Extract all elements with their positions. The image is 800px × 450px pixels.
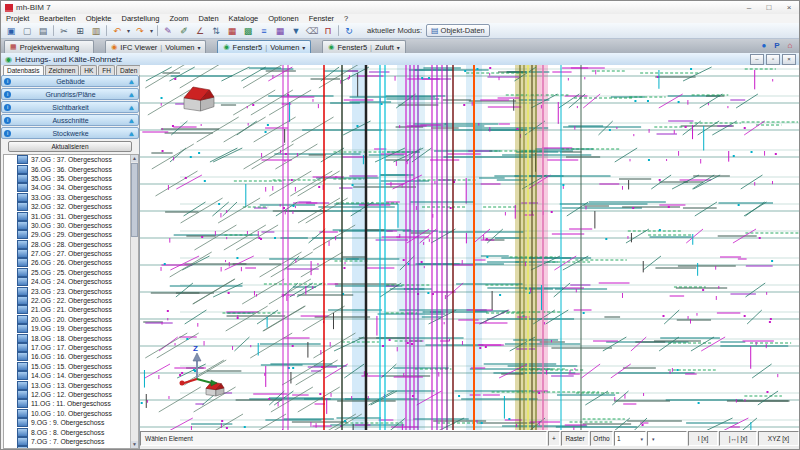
list-item[interactable]: 29.OG : 29. Obergeschoss [4,230,138,239]
view-tab[interactable]: ▦ Projektverwaltung [4,40,94,53]
list-item[interactable]: 25.OG : 25. Obergeschoss [4,268,138,277]
status-cell[interactable]: Ortho [590,431,613,446]
list-item[interactable]: 27.OG : 27. Obergeschoss [4,249,138,258]
toolbar-button[interactable]: ≡ [256,24,272,37]
sidebar-tab[interactable]: HK [80,65,97,75]
collapse-arrow-icon[interactable]: ▲ [128,130,135,137]
info-icon[interactable]: i [4,104,11,111]
menu-item[interactable]: Bearbeiten [34,14,80,23]
view-tab[interactable]: ◉ Fenster5 | Volumen ▾ [217,40,311,53]
panel-window-button[interactable]: – [750,54,764,65]
menu-item[interactable]: Zoom [164,14,193,23]
list-item[interactable]: 33.OG : 33. Obergeschoss [4,193,138,202]
sidebar-tab[interactable]: Daten [116,65,141,75]
list-item[interactable]: 30.OG : 30. Obergeschoss [4,221,138,230]
status-cell[interactable]: 1 [614,431,646,446]
list-item[interactable]: 17.OG : 17. Obergeschoss [4,343,138,352]
chevron-down-icon[interactable]: ▾ [302,44,305,51]
status-cell[interactable]: XYZ [x] [758,431,799,446]
list-item[interactable]: 22.OG : 22. Obergeschoss [4,296,138,305]
menu-item[interactable]: Darstellung [116,14,164,23]
list-item[interactable]: 9.OG : 9. Obergeschoss [4,418,138,427]
menu-item[interactable]: Daten [194,14,224,23]
toolbar-button[interactable]: ▩ [240,24,256,37]
status-cell[interactable] [647,431,687,446]
toolbar-button[interactable]: ∠ [192,24,208,37]
toolbar-button[interactable]: ⌫ [304,24,320,37]
status-cell[interactable]: + [548,431,560,446]
list-item[interactable]: 7.OG : 7. Obergeschoss [4,437,138,446]
toolbar-button[interactable]: ▣ [3,24,19,37]
status-cell[interactable]: Raster [561,431,589,446]
list-item[interactable]: 34.OG : 34. Obergeschoss [4,183,138,192]
collapse-arrow-icon[interactable]: ▲ [128,117,135,124]
accordion-section[interactable]: i Sichtbarkeit ▲ [1,101,139,113]
status-cell[interactable]: I [x] [688,431,718,446]
list-item[interactable]: 16.OG : 16. Obergeschoss [4,352,138,361]
list-item[interactable]: 20.OG : 20. Obergeschoss [4,315,138,324]
toolbar-button[interactable]: ⇅ [208,24,224,37]
toolbar-button[interactable]: ✐ [176,24,192,37]
window-tool-icon[interactable]: P [772,41,782,50]
sidebar-tab[interactable]: FH [98,65,115,75]
toolbar-button[interactable]: ▦ [224,24,240,37]
list-item[interactable]: 12.OG : 12. Obergeschoss [4,390,138,399]
sidebar-tab[interactable]: Datenbasis [3,65,44,75]
collapse-arrow-icon[interactable]: ▲ [128,104,135,111]
list-item[interactable]: 28.OG : 28. Obergeschoss [4,240,138,249]
cad-drawing[interactable]: Z [140,65,799,431]
toolbar-button[interactable]: ↻ [341,24,357,37]
status-cell[interactable]: |↔| [x] [719,431,757,446]
toolbar-button[interactable]: ▾ [148,24,155,37]
list-item[interactable]: 15.OG : 15. Obergeschoss [4,362,138,371]
toolbar-button[interactable]: ✂ [56,24,72,37]
toolbar-button[interactable]: ✎ [160,24,176,37]
toolbar-button[interactable] [338,25,339,36]
scrollbar-thumb[interactable] [131,163,138,237]
collapse-arrow-icon[interactable]: ▲ [128,91,135,98]
drawing-viewport[interactable]: Z [140,65,799,431]
list-item[interactable]: 8.OG : 8. Obergeschoss [4,427,138,436]
toolbar-button[interactable]: Π [320,24,336,37]
collapse-arrow-icon[interactable]: ▲ [128,78,135,85]
menu-item[interactable]: Fenster [304,14,339,23]
toolbar-button[interactable]: ▾ [125,24,132,37]
minimize-button[interactable]: – [739,2,759,14]
menu-item[interactable]: Optionen [263,14,303,23]
list-item[interactable]: 14.OG : 14. Obergeschoss [4,371,138,380]
list-item[interactable]: 19.OG : 19. Obergeschoss [4,324,138,333]
list-item[interactable]: 36.OG : 36. Obergeschoss [4,164,138,173]
toolbar-button[interactable]: ▤ [35,24,51,37]
list-item[interactable]: 35.OG : 35. Obergeschoss [4,174,138,183]
chevron-down-icon[interactable]: ▾ [197,44,200,51]
list-item[interactable]: 13.OG : 13. Obergeschoss [4,380,138,389]
info-icon[interactable]: i [4,78,11,85]
info-icon[interactable]: i [4,91,11,98]
info-icon[interactable]: i [4,117,11,124]
toolbar-button[interactable] [53,25,54,36]
view-tab[interactable]: ◉ Fenster5 | Zuluft ▾ [322,40,405,53]
list-item[interactable]: 26.OG : 26. Obergeschoss [4,258,138,267]
list-item[interactable]: 18.OG : 18. Obergeschoss [4,333,138,342]
refresh-button[interactable]: Aktualisieren [8,141,132,152]
list-item[interactable]: 31.OG : 31. Obergeschoss [4,211,138,220]
list-item[interactable]: 32.OG : 32. Obergeschoss [4,202,138,211]
accordion-section[interactable]: i Stockwerke ▲ [1,127,139,139]
close-button[interactable]: × [779,2,799,14]
toolbar-button[interactable]: ▼ [288,24,304,37]
panel-window-button[interactable]: ▫ [766,54,780,65]
view-tab[interactable]: ◉ IFC Viewer | Volumen ▾ [105,40,206,53]
window-tool-icon[interactable]: ● [759,41,769,50]
menu-item[interactable]: Objekte [81,14,117,23]
menu-item[interactable]: Kataloge [224,14,264,23]
list-item[interactable]: 24.OG : 24. Obergeschoss [4,277,138,286]
toolbar-button[interactable]: ▦ [272,24,288,37]
menu-item[interactable]: ? [339,14,353,23]
scroll-up-icon[interactable]: ▲ [131,155,138,162]
list-item[interactable]: 23.OG : 23. Obergeschoss [4,286,138,295]
accordion-section[interactable]: i Gebäude ▲ [1,75,139,87]
accordion-section[interactable]: i Grundriss/Pläne ▲ [1,88,139,100]
info-icon[interactable]: i [4,130,11,137]
toolbar-button[interactable] [106,25,107,36]
toolbar-button[interactable]: ↶ [109,24,125,37]
